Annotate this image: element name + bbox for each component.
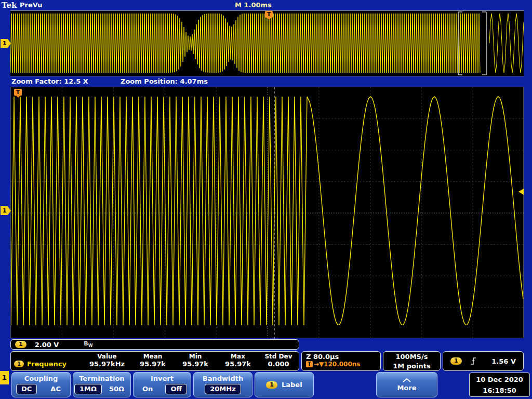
measurement-value: 95.97kHz [83, 360, 131, 368]
trigger-source-badge: 1 [450, 357, 462, 365]
coupling-option-ac[interactable]: AC [45, 384, 66, 394]
termination-button[interactable]: Termination 1MΩ 50Ω [73, 372, 131, 397]
acquisition-status: PreVu [20, 1, 43, 9]
termination-option-1mohm[interactable]: 1MΩ [74, 384, 102, 394]
zoom-position-readout: Zoom Position: 4.07ms [121, 77, 208, 85]
termination-option-50ohm[interactable]: 50Ω [104, 384, 129, 394]
measurement-max: 95.97k [217, 360, 259, 368]
measurement-min: 95.97k [174, 360, 217, 368]
overview-waveform-trace [10, 14, 524, 73]
bandwidth-value[interactable]: 20MHz [205, 384, 241, 394]
invert-option-on[interactable]: On [137, 384, 158, 394]
main-waveform [11, 87, 524, 339]
channel-1-badge: 1 [15, 341, 26, 348]
bandwidth-button[interactable]: Bandwidth 20MHz [193, 372, 252, 397]
main-waveform-trace [11, 97, 523, 325]
selected-channel-tab: 1 [0, 371, 9, 384]
invert-option-off[interactable]: Off [165, 384, 187, 394]
channel-1-badge: 1 [266, 381, 277, 389]
channel-readout-bar: 1 2.00 V BW [10, 339, 299, 350]
chevron-up-icon [402, 378, 411, 382]
acquisition-panel: 100MS/s 1M points [383, 351, 441, 371]
trigger-panel: 1 1.56 V [443, 351, 524, 371]
col-header: Min [174, 352, 217, 360]
record-length-readout: 1M points [383, 362, 440, 371]
time-readout: 16:18:50 [470, 385, 529, 396]
zoom-scale-readout: Z 80.0µs [306, 353, 376, 361]
trigger-level-readout: 1.56 V [491, 357, 516, 365]
measurement-row: 1 Frequency 95.97kHz 95.97k 95.97k 95.97… [11, 360, 299, 368]
measurement-name: Frequency [27, 360, 66, 368]
col-header: Mean [131, 352, 174, 360]
trigger-level-arrow-icon[interactable] [518, 189, 524, 195]
tek-logo: Tek [2, 1, 17, 10]
measurement-panel: Value Mean Min Max Std Dev 1 Frequency 9… [10, 351, 299, 371]
zoom-timebase-panel: Z 80.0µs T →▼120.000ns [301, 351, 381, 371]
oscilloscope-screen: Tek PreVu M 1.00ms T 1 Zoom Factor: 12.5… [0, 0, 532, 399]
trigger-position-icon[interactable]: T [14, 89, 22, 96]
more-button[interactable]: More [376, 372, 437, 397]
datetime-display: 10 Dec 2020 16:18:50 [469, 373, 530, 397]
trigger-delay-readout: T →▼120.000ns [306, 361, 376, 368]
main-display: T [10, 87, 524, 338]
overview-window: T [10, 10, 524, 76]
measurement-mean: 95.97k [131, 360, 174, 368]
channel1-marker-icon: 1 [1, 206, 11, 215]
rising-edge-icon [470, 357, 476, 365]
col-header: Std Dev [259, 352, 298, 360]
trigger-position-icon[interactable]: T [265, 11, 273, 18]
coupling-button[interactable]: Coupling DC AC [11, 372, 71, 397]
col-header: Max [217, 352, 259, 360]
zoom-factor-readout: Zoom Factor: 12.5 X [11, 77, 88, 85]
measurement-header-row: Value Mean Min Max Std Dev [11, 352, 299, 360]
vertical-scale-readout: 2.00 V [35, 341, 59, 349]
col-header: Value [83, 352, 131, 360]
bandwidth-limit-indicator: BW [84, 340, 92, 348]
invert-button[interactable]: Invert On Off [133, 372, 191, 397]
label-button[interactable]: 1 Label [255, 372, 314, 397]
trigger-t-icon: T [306, 361, 313, 367]
channel1-marker-icon: 1 [1, 39, 11, 48]
date-readout: 10 Dec 2020 [470, 374, 529, 385]
coupling-option-dc[interactable]: DC [16, 384, 37, 394]
channel-1-badge: 1 [14, 361, 24, 367]
measurement-stddev: 0.000 [259, 360, 298, 368]
main-timebase-readout: M 1.00ms [235, 1, 272, 9]
sample-rate-readout: 100MS/s [383, 352, 440, 362]
